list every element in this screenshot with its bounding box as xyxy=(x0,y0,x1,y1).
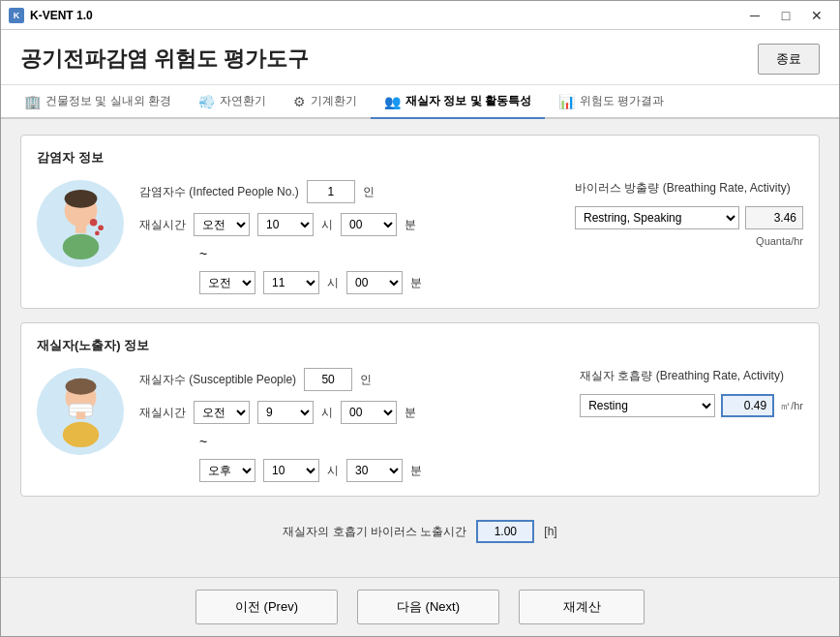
infected-activity-row: Restring, Speaking Resting Standing Ligh… xyxy=(575,206,803,229)
svg-point-3 xyxy=(98,225,104,230)
infected-people-row: 감염자수 (Infected People No.) 인 xyxy=(139,180,550,203)
prev-button[interactable]: 이전 (Prev) xyxy=(195,590,338,624)
tab-risk[interactable]: 📊 위험도 평가결과 xyxy=(545,85,677,119)
susceptible-ampm2-select[interactable]: 오전 오후 xyxy=(199,459,255,482)
svg-point-2 xyxy=(89,218,97,226)
susceptible-activity-select[interactable]: Resting Standing Light Exercise Moderate… xyxy=(580,394,715,417)
exposure-unit: [h] xyxy=(544,525,556,538)
infected-time-row2: 오전 오후 101112 시 00153045 분 xyxy=(139,271,550,294)
susceptible-section-body: 재실자수 (Susceptible People) 인 재실시간 오전 오후 8… xyxy=(37,368,803,482)
susceptible-hour1-select[interactable]: 8910 xyxy=(257,401,314,424)
tab-mechanical[interactable]: ⚙ 기계환기 xyxy=(280,85,371,119)
window-controls: ─ □ ✕ xyxy=(740,5,831,26)
calc-button[interactable]: 재계산 xyxy=(519,590,645,624)
susceptible-tilde-row: ~ xyxy=(139,434,555,449)
susceptible-avatar-svg xyxy=(45,376,117,448)
infected-people-unit: 인 xyxy=(363,184,375,200)
tab-mechanical-label: 기계환기 xyxy=(311,93,357,109)
susceptible-people-unit: 인 xyxy=(360,372,372,388)
tab-risk-label: 위험도 평가결과 xyxy=(580,93,664,109)
infected-quanta-unit: Quanta/hr xyxy=(575,235,803,247)
susceptible-avatar xyxy=(37,368,124,455)
next-button[interactable]: 다음 (Next) xyxy=(357,590,499,624)
susceptible-people-input[interactable] xyxy=(304,368,352,391)
infected-section-body: 감염자수 (Infected People No.) 인 재실시간 오전 오후 … xyxy=(37,180,803,294)
infected-ampm1-select[interactable]: 오전 오후 xyxy=(194,213,250,236)
susceptible-min1-select[interactable]: 00153045 xyxy=(341,401,397,424)
susceptible-hour2-unit: 시 xyxy=(327,463,339,479)
infected-hour2-select[interactable]: 101112 xyxy=(263,271,319,294)
infected-hour2-unit: 시 xyxy=(327,275,339,291)
susceptible-section-title: 재실자(노출자) 정보 xyxy=(37,337,803,354)
title-bar: K K-VENT 1.0 ─ □ ✕ xyxy=(1,1,839,30)
susceptible-hour2-select[interactable]: 91011 xyxy=(263,459,319,482)
susceptible-min2-unit: 분 xyxy=(410,463,422,479)
tab-bar: 🏢 건물정보 및 실내외 환경 💨 자연환기 ⚙ 기계환기 👥 재실자 정보 및… xyxy=(1,85,839,119)
building-tab-icon: 🏢 xyxy=(24,94,41,109)
susceptible-ampm1-select[interactable]: 오전 오후 xyxy=(194,401,250,424)
susceptible-form-area: 재실자수 (Susceptible People) 인 재실시간 오전 오후 8… xyxy=(139,368,555,482)
susceptible-people-row: 재실자수 (Susceptible People) 인 xyxy=(139,368,555,391)
infected-min1-select[interactable]: 00153045 xyxy=(341,213,397,236)
exposure-row: 재실자의 호흡기 바이러스 노출시간 [h] xyxy=(20,510,820,553)
natural-tab-icon: 💨 xyxy=(198,94,215,109)
minimize-button[interactable]: ─ xyxy=(740,5,769,26)
infected-people-label: 감염자수 (Infected People No.) xyxy=(139,184,299,200)
infected-right-panel: 바이러스 방출량 (Breathing Rate, Activity) Rest… xyxy=(565,180,803,247)
susceptible-people-label: 재실자수 (Susceptible People) xyxy=(139,372,296,388)
svg-point-8 xyxy=(65,378,96,394)
susceptible-section: 재실자(노출자) 정보 xyxy=(20,322,820,497)
app-header: 공기전파감염 위험도 평가도구 종료 xyxy=(1,30,839,85)
tab-building[interactable]: 🏢 건물정보 및 실내외 환경 xyxy=(11,85,185,119)
exposure-label: 재실자의 호흡기 바이러스 노출시간 xyxy=(283,524,466,540)
svg-rect-6 xyxy=(75,224,85,232)
exit-button[interactable]: 종료 xyxy=(758,44,820,75)
window-close-button[interactable]: ✕ xyxy=(802,5,831,26)
infected-tilde: ~ xyxy=(199,246,207,261)
tab-occupant-label: 재실자 정보 및 활동특성 xyxy=(405,93,531,109)
svg-point-12 xyxy=(62,421,99,446)
svg-point-4 xyxy=(95,230,100,235)
susceptible-time-row2: 오전 오후 91011 시 00153045 분 xyxy=(139,459,555,482)
main-window: K K-VENT 1.0 ─ □ ✕ 공기전파감염 위험도 평가도구 종료 🏢 … xyxy=(0,0,840,637)
title-bar-left: K K-VENT 1.0 xyxy=(9,8,93,23)
bottom-bar: 이전 (Prev) 다음 (Next) 재계산 xyxy=(1,577,839,636)
tab-natural[interactable]: 💨 자연환기 xyxy=(185,85,280,119)
susceptible-right-panel: 재실자 호흡량 (Breathing Rate, Activity) Resti… xyxy=(570,368,803,417)
tab-occupant[interactable]: 👥 재실자 정보 및 활동특성 xyxy=(371,85,545,119)
maximize-button[interactable]: □ xyxy=(771,5,800,26)
window-title: K-VENT 1.0 xyxy=(30,9,93,22)
infected-avatar-svg xyxy=(45,188,117,260)
infected-section: 감염자 정보 xyxy=(20,135,820,309)
susceptible-time-label: 재실시간 xyxy=(139,405,186,421)
svg-rect-13 xyxy=(75,411,84,419)
infected-right-label: 바이러스 방출량 (Breathing Rate, Activity) xyxy=(575,180,803,197)
susceptible-breathing-unit: ㎥/hr xyxy=(780,399,803,413)
occupant-tab-icon: 👥 xyxy=(384,94,401,109)
infected-time-label: 재실시간 xyxy=(139,217,186,233)
susceptible-min1-unit: 분 xyxy=(405,405,416,421)
svg-point-1 xyxy=(64,189,97,207)
app-icon: K xyxy=(9,8,24,23)
infected-time-row1: 재실시간 오전 오후 9101112 시 00153045 분 xyxy=(139,213,550,236)
infected-activity-select[interactable]: Restring, Speaking Resting Standing Ligh… xyxy=(575,206,739,229)
infected-people-input[interactable] xyxy=(307,180,355,203)
tab-natural-label: 자연환기 xyxy=(220,93,266,109)
infected-min2-select[interactable]: 00153045 xyxy=(346,271,403,294)
infected-ampm2-select[interactable]: 오전 오후 xyxy=(199,271,255,294)
app-title: 공기전파감염 위험도 평가도구 xyxy=(20,45,309,74)
infected-hour1-unit: 시 xyxy=(321,217,333,233)
svg-point-5 xyxy=(62,233,99,258)
susceptible-activity-row: Resting Standing Light Exercise Moderate… xyxy=(580,394,803,417)
susceptible-right-label: 재실자 호흡량 (Breathing Rate, Activity) xyxy=(580,368,803,384)
susceptible-breathing-input[interactable] xyxy=(721,394,774,417)
infected-tilde-row: ~ xyxy=(139,246,550,261)
infected-min2-unit: 분 xyxy=(410,275,422,291)
exposure-input[interactable] xyxy=(476,520,534,543)
susceptible-min2-select[interactable]: 00153045 xyxy=(346,459,403,482)
infected-hour1-select[interactable]: 9101112 xyxy=(257,213,314,236)
risk-tab-icon: 📊 xyxy=(558,94,575,109)
tab-building-label: 건물정보 및 실내외 환경 xyxy=(45,93,171,109)
infected-form-area: 감염자수 (Infected People No.) 인 재실시간 오전 오후 … xyxy=(139,180,550,294)
mechanical-tab-icon: ⚙ xyxy=(293,94,306,109)
